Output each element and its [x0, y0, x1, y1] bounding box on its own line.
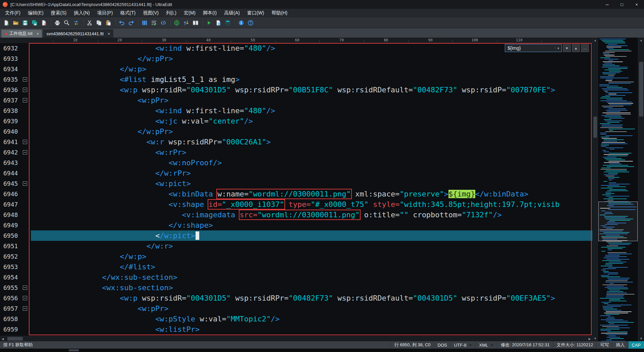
html-tags-button[interactable] [159, 18, 168, 27]
compare-files-button[interactable] [191, 18, 200, 27]
fold-marker-icon[interactable] [23, 150, 27, 155]
maximize-button[interactable]: □ [614, 0, 629, 9]
open-file-button[interactable] [11, 18, 20, 27]
database-button[interactable] [223, 18, 232, 27]
status-syntax-dropdown[interactable]: XML ▼ [475, 341, 497, 349]
scroll-up-icon[interactable]: ▲ [593, 38, 598, 43]
code-line[interactable]: </w:r> [31, 241, 592, 251]
menu-insert[interactable]: 插入(N) [70, 9, 93, 17]
code-line[interactable]: <#list imgList5_1_1 as img> [31, 74, 592, 85]
code-line[interactable]: <w:pict> [31, 178, 592, 189]
menu-window[interactable]: 窗口(W) [244, 9, 268, 17]
code-area[interactable]: <w:ind w:first-line="480"/> </w:pPr> </w… [30, 43, 592, 336]
code-line[interactable]: <w:p wsp:rsidR="004301D5" wsp:rsidRPr="0… [31, 293, 592, 303]
script-button[interactable] [214, 18, 223, 27]
code-line[interactable]: <w:pPr> [31, 303, 592, 314]
fold-marker-icon[interactable] [23, 140, 27, 144]
code-line[interactable]: <w:rPr> [31, 147, 592, 158]
fold-marker-icon[interactable] [23, 181, 27, 186]
find-prev-button[interactable]: ▴ [572, 44, 580, 52]
code-line[interactable]: </w:p> [31, 251, 592, 262]
print-button[interactable] [53, 18, 62, 27]
scroll-right-icon[interactable]: ▶ [587, 336, 592, 342]
vertical-scrollbar[interactable]: ▲ ▼ [592, 38, 598, 341]
find-next-button[interactable]: ▾ [563, 44, 571, 52]
fold-marker-icon[interactable] [23, 285, 27, 290]
menu-file[interactable]: 文件(F) [1, 9, 24, 17]
status-position[interactable]: 行 6950, 列 38, C0 [391, 341, 434, 349]
play-macro-button[interactable] [205, 18, 213, 27]
help-button[interactable] [246, 18, 255, 27]
tab-work-info[interactable]: ◆工作信息.txt× [1, 29, 42, 38]
menu-column[interactable]: 列(L) [162, 9, 180, 17]
close-icon[interactable]: × [108, 31, 110, 36]
save-button[interactable] [21, 18, 30, 27]
horizontal-scrollbar[interactable]: ◀ ▶ [0, 336, 592, 341]
menu-script[interactable]: 脚本(I) [199, 9, 220, 17]
menu-view[interactable]: 视图(V) [139, 9, 162, 17]
minimap-scrollbar-thumb[interactable] [639, 62, 643, 117]
code-line[interactable]: <w:p wsp:rsidR="004301D5" wsp:rsidRPr="0… [31, 85, 592, 95]
code-line[interactable]: <w:noProof/> [31, 158, 592, 168]
code-line[interactable]: <v:shape id="_x0000_i1037" type="#_x0000… [31, 199, 592, 210]
menu-format[interactable]: 格式(T) [116, 9, 139, 17]
menu-advanced[interactable]: 高级(A) [220, 9, 244, 17]
globe-button[interactable] [172, 18, 181, 27]
menu-project[interactable]: 项目(P) [94, 9, 117, 17]
code-line[interactable]: <w:ind w:first-line="480"/> [31, 105, 592, 116]
fold-marker-icon[interactable] [23, 98, 27, 102]
menu-edit[interactable]: 编辑(E) [24, 9, 47, 17]
editor[interactable]: 6932693369346935693669376938693969406941… [0, 43, 592, 336]
menu-macro[interactable]: 宏(M) [180, 9, 199, 17]
scroll-down-icon[interactable]: ▼ [638, 336, 644, 341]
copy-button[interactable] [95, 18, 103, 27]
code-line[interactable]: </v:shape> [31, 220, 592, 230]
scroll-up-icon[interactable]: ▲ [638, 38, 644, 43]
code-line[interactable]: <w:jc w:val="center"/> [31, 116, 592, 126]
menu-search[interactable]: 搜索(S) [47, 9, 70, 17]
ftp-button[interactable] [182, 18, 191, 27]
status-line-ending[interactable]: DOS [434, 341, 450, 349]
scroll-down-icon[interactable]: ▼ [593, 336, 598, 341]
code-line[interactable]: <w:r wsp:rsidRPr="000C26A1"> [31, 137, 592, 147]
fold-marker-icon[interactable] [23, 296, 27, 300]
undo-button[interactable] [117, 18, 126, 27]
close-button[interactable]: × [629, 0, 644, 9]
code-line[interactable]: </w:pPr> [31, 126, 592, 137]
menu-help[interactable]: 帮助(H) [268, 9, 291, 17]
code-line[interactable]: <w:listPr> [31, 324, 592, 335]
code-line[interactable]: </w:p> [31, 64, 592, 74]
code-line[interactable]: </w:pict> [31, 230, 592, 241]
code-line[interactable]: </#list> [31, 262, 592, 272]
cut-button[interactable] [85, 18, 94, 27]
word-wrap-button[interactable] [150, 18, 158, 27]
vertical-scrollbar-thumb[interactable] [593, 117, 597, 138]
save-all-button[interactable] [30, 18, 39, 27]
horizontal-scrollbar-thumb[interactable] [7, 337, 23, 341]
code-line[interactable]: <w:pPr> [31, 95, 592, 105]
scroll-left-icon[interactable]: ◀ [0, 336, 5, 342]
minimize-button[interactable]: ─ [600, 0, 614, 9]
code-line[interactable]: <wx:sub-section> [31, 282, 592, 293]
new-file-button[interactable] [2, 18, 11, 27]
status-encoding-dropdown[interactable]: UTF-8 ▼ [450, 341, 476, 349]
minimap-viewport[interactable] [598, 202, 638, 241]
close-file-button[interactable] [40, 18, 48, 27]
replace-button[interactable] [72, 18, 80, 27]
find-input[interactable]: ${img} ▾ [505, 44, 562, 52]
chevron-down-icon[interactable]: ▾ [555, 46, 559, 50]
find-options-button[interactable]: … [581, 44, 589, 52]
fold-marker-icon[interactable] [23, 88, 27, 92]
status-caps[interactable]: CAP [628, 341, 644, 349]
code-line[interactable]: </wx:sub-section> [31, 272, 592, 282]
close-icon[interactable]: × [37, 31, 39, 36]
status-insert-mode[interactable]: 插入 [612, 341, 628, 349]
redo-button[interactable] [127, 18, 136, 27]
fold-marker-icon[interactable] [23, 306, 27, 311]
code-line[interactable]: </w:pPr> [31, 53, 592, 64]
fold-marker-icon[interactable] [23, 77, 27, 82]
find-button[interactable] [62, 18, 71, 27]
tab-ftl-file[interactable]: svn4386042625911431441.ftl× [43, 29, 113, 38]
code-line[interactable]: <w:pStyle w:val="MMTopic2"/> [31, 314, 592, 324]
paste-button[interactable] [104, 18, 113, 27]
